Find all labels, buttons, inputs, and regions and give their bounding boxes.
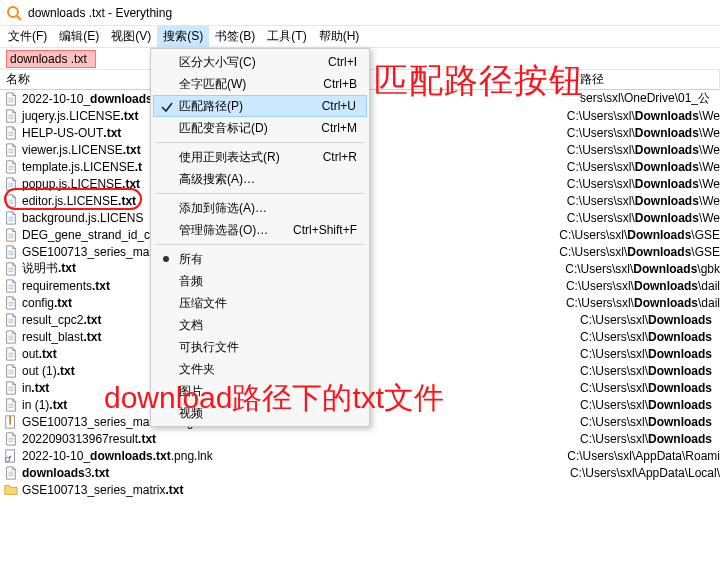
cell-path: C:\Users\sxl\AppData\Local\: [570, 466, 720, 480]
menu-item[interactable]: 书签(B): [209, 26, 261, 47]
menu-entry-label: 所有: [179, 251, 203, 268]
menu-entry[interactable]: 可执行文件: [153, 336, 367, 358]
filename-text: result_cpc2.txt: [22, 313, 101, 327]
menu-entry-label: 高级搜索(A)…: [179, 171, 255, 188]
menu-entry[interactable]: 使用正则表达式(R)Ctrl+R: [153, 146, 367, 168]
file-icon: [4, 211, 18, 225]
table-row[interactable]: downloads3.txtC:\Users\sxl\AppData\Local…: [0, 464, 720, 481]
cell-path: C:\Users\sxl\Downloads\We: [567, 211, 720, 225]
menu-entry-label: 管理筛选器(O)…: [179, 222, 268, 239]
cell-path: C:\Users\sxl\Downloads\We: [567, 143, 720, 157]
app-logo-icon: [6, 5, 22, 21]
menu-item[interactable]: 帮助(H): [313, 26, 366, 47]
file-icon: [4, 330, 18, 344]
cell-path: C:\Users\sxl\AppData\Roami: [567, 449, 720, 463]
menu-item[interactable]: 编辑(E): [53, 26, 105, 47]
menu-entry-label: 文件夹: [179, 361, 215, 378]
menu-accelerator: Ctrl+I: [328, 55, 357, 69]
filename-text: config.txt: [22, 296, 72, 310]
menu-entry[interactable]: 高级搜索(A)…: [153, 168, 367, 190]
svg-point-0: [8, 7, 18, 17]
cell-path: C:\Users\sxl\Downloads\GSE: [559, 228, 720, 242]
cell-path: C:\Users\sxl\Downloads: [580, 330, 720, 344]
cell-path: C:\Users\sxl\Downloads\We: [567, 160, 720, 174]
filename-text: viewer.js.LICENSE.txt: [22, 143, 141, 157]
file-icon: [4, 381, 18, 395]
file-icon: [4, 143, 18, 157]
file-icon: [4, 296, 18, 310]
menu-entry-label: 可执行文件: [179, 339, 239, 356]
menu-entry[interactable]: 区分大小写(C)Ctrl+I: [153, 51, 367, 73]
file-icon: [4, 245, 18, 259]
menu-entry[interactable]: 图片: [153, 380, 367, 402]
cell-filename: 2022-10-10_downloads.txt.png.lnk: [0, 449, 567, 463]
gz-icon: [4, 415, 18, 429]
menu-separator: [155, 193, 365, 194]
menu-entry-label: 匹配变音标记(D): [179, 120, 268, 137]
file-icon: [4, 228, 18, 242]
menu-entry[interactable]: 文档: [153, 314, 367, 336]
menu-entry-label: 视频: [179, 405, 203, 422]
menu-entry[interactable]: 压缩文件: [153, 292, 367, 314]
filename-text: GSE100713_series_matrix.txt: [22, 483, 183, 497]
filename-text: out.txt: [22, 347, 57, 361]
filename-text: 2022090313967result.txt: [22, 432, 156, 446]
menu-entry[interactable]: 文件夹: [153, 358, 367, 380]
cell-filename: downloads3.txt: [0, 466, 570, 480]
file-icon: [4, 109, 18, 123]
menu-entry-label: 全字匹配(W): [179, 76, 246, 93]
menu-entry[interactable]: 添加到筛选(A)…: [153, 197, 367, 219]
menu-accelerator: Ctrl+U: [322, 99, 356, 113]
cell-path: C:\Users\sxl\Downloads: [580, 364, 720, 378]
menu-entry-label: 音频: [179, 273, 203, 290]
column-header-path[interactable]: 路径: [380, 69, 720, 90]
cell-path: C:\Users\sxl\Downloads: [580, 415, 720, 429]
filename-text: requirements.txt: [22, 279, 110, 293]
filename-text: 2022-10-10_downloads.txt.png.lnk: [22, 449, 213, 463]
file-icon: [4, 466, 18, 480]
filename-text: in (1).txt: [22, 398, 67, 412]
radio-dot-icon: [163, 256, 169, 262]
table-row[interactable]: 2022-10-10_downloads.txt.png.lnkC:\Users…: [0, 447, 720, 464]
menu-entry-label: 图片: [179, 383, 203, 400]
window-title: downloads .txt - Everything: [28, 6, 172, 20]
cell-path: C:\Users\sxl\Downloads\gbk: [565, 262, 720, 276]
menu-entry[interactable]: 匹配变音标记(D)Ctrl+M: [153, 117, 367, 139]
menu-accelerator: Ctrl+Shift+F: [293, 223, 357, 237]
cell-path: C:\Users\sxl\Downloads: [580, 347, 720, 361]
menu-item[interactable]: 文件(F): [2, 26, 53, 47]
menu-entry-label: 匹配路径(P): [179, 98, 243, 115]
menu-item[interactable]: 搜索(S): [157, 26, 209, 47]
menu-entry[interactable]: 视频: [153, 402, 367, 424]
filename-text: HELP-US-OUT.txt: [22, 126, 121, 140]
menu-accelerator: Ctrl+M: [321, 121, 357, 135]
filename-text: template.js.LICENSE.t: [22, 160, 142, 174]
menu-item[interactable]: 视图(V): [105, 26, 157, 47]
filename-text: DEG_gene_strand_id_c: [22, 228, 150, 242]
menubar: 文件(F)编辑(E)视图(V)搜索(S)书签(B)工具(T)帮助(H): [0, 26, 720, 48]
menu-item[interactable]: 工具(T): [261, 26, 312, 47]
menu-entry[interactable]: 音频: [153, 270, 367, 292]
cell-path: C:\Users\sxl\Downloads: [580, 432, 720, 446]
filename-text: GSE100713_series_ma: [22, 245, 149, 259]
filename-text: result_blast.txt: [22, 330, 101, 344]
filename-text: out (1).txt: [22, 364, 75, 378]
menu-entry[interactable]: 管理筛选器(O)…Ctrl+Shift+F: [153, 219, 367, 241]
search-input[interactable]: [6, 50, 96, 68]
file-icon: [4, 262, 18, 276]
menu-entry-label: 文档: [179, 317, 203, 334]
filename-text: background.js.LICENS: [22, 211, 143, 225]
file-icon: [4, 92, 18, 106]
filename-text: 2022-10-10_downloads.txt: [22, 92, 171, 106]
table-row[interactable]: 2022090313967result.txtC:\Users\sxl\Down…: [0, 430, 720, 447]
cell-path: sers\sxl\OneDrive\01_公: [580, 90, 720, 107]
file-icon: [4, 279, 18, 293]
svg-point-65: [5, 457, 9, 461]
menu-entry[interactable]: 匹配路径(P)Ctrl+U: [153, 95, 367, 117]
cell-filename: GSE100713_series_matrix.txt: [0, 483, 580, 497]
filename-text: juqery.js.LICENSE.txt: [22, 109, 138, 123]
menu-entry[interactable]: 全字匹配(W)Ctrl+B: [153, 73, 367, 95]
menu-entry[interactable]: 所有: [153, 248, 367, 270]
table-row[interactable]: GSE100713_series_matrix.txt: [0, 481, 720, 498]
search-menu-dropdown: 区分大小写(C)Ctrl+I全字匹配(W)Ctrl+B匹配路径(P)Ctrl+U…: [150, 48, 370, 427]
